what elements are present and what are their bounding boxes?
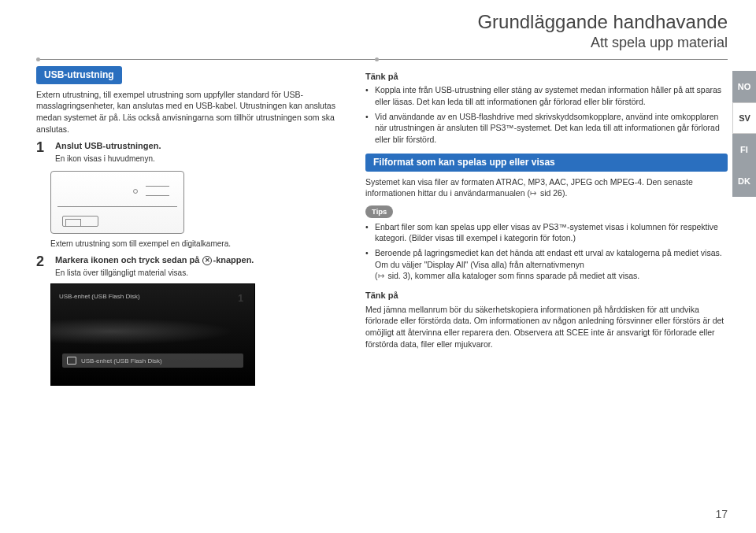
manual-page: NO SV FI DK Grundläggande handhavande At… [0,0,756,533]
xmb-bar-label: USB-enhet (USB Flash Disk) [81,357,162,365]
note-list-1: Koppla inte från USB-utrustning eller st… [365,84,728,145]
lang-tab-fi[interactable]: FI [732,134,756,165]
xmb-screenshot: USB-enhet (USB Flash Disk) 1 USB-enhet (… [50,283,255,386]
column-rule [36,59,728,60]
usb-drive-icon [67,357,76,365]
xmb-count: 1 [238,292,243,305]
step-2: 2 Markera ikonen och tryck sedan på ✕-kn… [36,254,351,279]
ps3-console-illustration [50,171,184,234]
content-columns: USB-utrustning Extern utrustning, till e… [36,66,728,386]
note-heading-1: Tänk på [365,71,728,83]
lang-tab-no[interactable]: NO [732,71,756,102]
page-title: Grundläggande handhavande [36,11,728,33]
note-2-text: Med jämna mellanrum bör du säkerhetskopi… [365,304,728,350]
note-1-item-1: Koppla inte från USB-utrustning eller st… [365,84,728,107]
page-header: Grundläggande handhavande Att spela upp … [36,11,728,51]
usb-intro: Extern utrustning, till exempel utrustni… [36,89,351,135]
step-1: 1 Anslut USB-utrustningen. En ikon visas… [36,140,351,165]
step-2-text-post: -knappen. [213,255,254,265]
formats-text: Systemet kan visa filer av formaten ATRA… [365,176,728,200]
note-1-item-2: Vid användande av en USB-flashdrive med … [365,111,728,146]
step-2-sub: En lista över tillgängligt material visa… [55,268,351,279]
device-caption: Extern utrustning som till exempel en di… [50,239,351,250]
step-2-number: 2 [36,254,49,270]
xmb-small-label: USB-enhet (USB Flash Disk) [59,292,140,301]
step-2-text-pre: Markera ikonen och tryck sedan på [55,255,202,265]
section-usb-heading: USB-utrustning [36,66,122,84]
usb-port-icon [62,216,98,227]
left-column: USB-utrustning Extern utrustning, till e… [36,66,351,386]
step-2-title: Markera ikonen och tryck sedan på ✕-knap… [55,254,351,266]
right-column: Tänk på Koppla inte från USB-utrustning … [365,66,728,386]
tips-list: Enbart filer som kan spelas upp eller vi… [365,221,728,283]
page-subtitle: Att spela upp material [36,35,728,51]
tips-item-1: Enbart filer som kan spelas upp eller vi… [365,221,728,244]
page-number: 17 [715,508,728,520]
section-formats-heading: Filformat som kan spelas upp eller visas [365,154,728,172]
language-tabs: NO SV FI DK [732,71,756,197]
formats-text-a: Systemet kan visa filer av formaten ATRA… [365,177,693,198]
step-1-title: Anslut USB-utrustningen. [55,140,351,152]
page-ref-3: sid. 3), kommer alla kataloger som finns… [378,271,640,280]
x-button-icon: ✕ [202,256,212,265]
xmb-selected-item: USB-enhet (USB Flash Disk) [62,353,243,368]
tips-label: Tips [365,205,393,217]
page-ref-26: sid 26). [530,188,567,198]
step-1-sub: En ikon visas i huvudmenyn. [55,154,351,165]
tips-item-2: Beroende på lagringsmediet kan det hända… [365,247,728,282]
lang-tab-sv[interactable]: SV [732,102,756,134]
step-1-number: 1 [36,140,49,156]
lang-tab-dk[interactable]: DK [732,165,756,197]
note-heading-2: Tänk på [365,290,728,302]
